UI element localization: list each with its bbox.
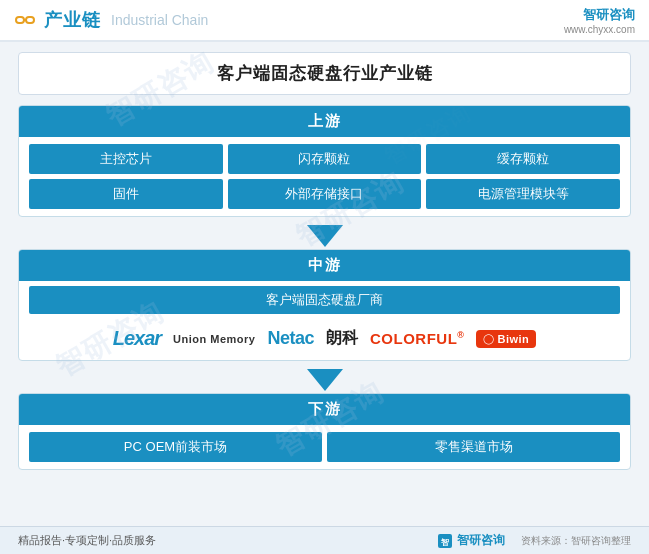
downstream-item-0: PC OEM前装市场: [29, 432, 322, 462]
downstream-grid: PC OEM前装市场 零售渠道市场: [19, 425, 630, 469]
midstream-sublabel: 客户端固态硬盘厂商: [29, 286, 620, 314]
footer: 精品报告·专项定制·品质服务 智 智研咨询 资料来源：智研咨询整理: [0, 526, 649, 554]
brand-url: www.chyxx.com: [564, 24, 635, 35]
upstream-section: 上游 主控芯片 闪存颗粒 缓存颗粒 固件 外部存储接口 电源管理模块等: [18, 105, 631, 217]
footer-logo-icon: 智: [437, 533, 453, 549]
svg-text:智: 智: [440, 538, 449, 547]
header-title-cn: 产业链: [44, 8, 101, 32]
brand-lexar: Lexar: [113, 327, 161, 350]
downstream-header: 下游: [19, 394, 630, 425]
svg-rect-0: [16, 17, 24, 23]
header-title-en: Industrial Chain: [111, 12, 208, 28]
brand-logo: 智研咨询: [564, 6, 635, 24]
upstream-grid: 主控芯片 闪存颗粒 缓存颗粒 固件 外部存储接口 电源管理模块等: [19, 137, 630, 216]
brands-row: Lexar Union Memory Netac 朗科 COLORFUL® ◯ …: [19, 319, 630, 360]
footer-tagline: 精品报告·专项定制·品质服务: [18, 533, 156, 548]
brand-colorful: COLORFUL®: [370, 330, 464, 347]
svg-rect-1: [26, 17, 34, 23]
brand-biwin: ◯ Biwin: [476, 330, 536, 348]
downstream-item-1: 零售渠道市场: [327, 432, 620, 462]
arrow-down-2: [18, 369, 631, 391]
midstream-header: 中游: [19, 250, 630, 281]
page-title: 客户端固态硬盘行业产业链: [18, 52, 631, 95]
downstream-section: 下游 PC OEM前装市场 零售渠道市场: [18, 393, 631, 470]
biwin-icon: ◯: [483, 333, 494, 344]
header-left: 产业链 Industrial Chain: [14, 8, 208, 32]
upstream-header: 上游: [19, 106, 630, 137]
arrow-shape-2: [307, 369, 343, 391]
footer-source: 资料来源：智研咨询整理: [521, 534, 631, 548]
header: 产业链 Industrial Chain 智研咨询 www.chyxx.com: [0, 0, 649, 42]
upstream-item-2: 缓存颗粒: [426, 144, 620, 174]
upstream-item-5: 电源管理模块等: [426, 179, 620, 209]
brand-netac: Netac: [267, 328, 314, 349]
header-right: 智研咨询 www.chyxx.com: [564, 6, 635, 35]
brand-langke: 朗科: [326, 328, 358, 349]
upstream-item-0: 主控芯片: [29, 144, 223, 174]
chain-icon: [14, 9, 36, 31]
upstream-item-1: 闪存颗粒: [228, 144, 422, 174]
footer-logo: 智 智研咨询: [437, 532, 505, 549]
biwin-text: Biwin: [497, 333, 529, 345]
arrow-shape-1: [307, 225, 343, 247]
upstream-item-3: 固件: [29, 179, 223, 209]
midstream-section: 中游 客户端固态硬盘厂商 Lexar Union Memory Netac 朗科…: [18, 249, 631, 361]
main-content: 客户端固态硬盘行业产业链 上游 主控芯片 闪存颗粒 缓存颗粒 固件 外部存储接口…: [0, 42, 649, 484]
footer-logo-text: 智研咨询: [457, 532, 505, 549]
upstream-item-4: 外部存储接口: [228, 179, 422, 209]
arrow-down-1: [18, 225, 631, 247]
brand-unionmemory: Union Memory: [173, 333, 255, 345]
